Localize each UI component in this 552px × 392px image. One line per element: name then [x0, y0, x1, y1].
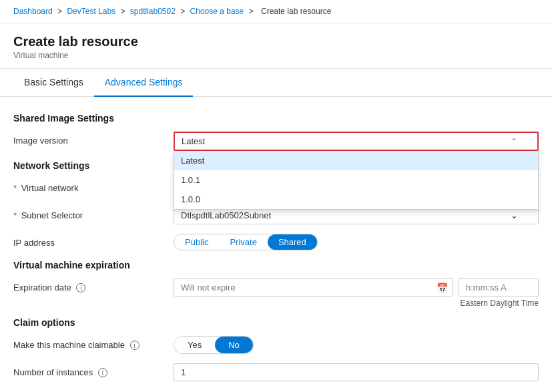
breadcrumb-lab[interactable]: spdtllab0502 [130, 7, 176, 16]
breadcrumb-current: Create lab resource [261, 7, 331, 16]
calendar-icon: 📅 [437, 282, 448, 293]
breadcrumb-choose-base[interactable]: Choose a base [190, 7, 244, 16]
breadcrumb: Dashboard > DevTest Labs > spdtllab0502 … [0, 0, 552, 23]
form-content: Shared Image Settings Image version Late… [0, 97, 552, 392]
ip-public-option[interactable]: Public [174, 234, 219, 250]
image-version-row: Image version Latest ⌃ Latest 1.0.1 1.0.… [13, 132, 539, 151]
vm-expiration-title: Virtual machine expiration [13, 260, 539, 270]
page-header: Create lab resource Virtual machine [0, 23, 552, 69]
image-version-dropdown-wrapper: Latest ⌃ Latest 1.0.1 1.0.0 [174, 132, 539, 151]
ip-address-control: Public Private Shared [174, 234, 539, 250]
expiration-date-control: 📅 Eastern Daylight Time [174, 278, 539, 308]
claimable-info-icon[interactable]: i [130, 341, 140, 350]
claim-options-title: Claim options [13, 317, 539, 328]
image-version-control: Latest ⌃ Latest 1.0.1 1.0.0 [174, 132, 539, 151]
breadcrumb-dashboard[interactable]: Dashboard [13, 7, 53, 16]
date-input-wrapper: 📅 [174, 278, 453, 297]
claimable-control: Yes No [174, 336, 539, 354]
breadcrumb-devtest[interactable]: DevTest Labs [67, 7, 115, 16]
expiration-info-icon[interactable]: i [76, 283, 85, 292]
image-version-selected: Latest [182, 136, 205, 146]
claimable-toggle-group: Yes No [174, 336, 254, 354]
dropdown-item-latest[interactable]: Latest [174, 151, 538, 170]
tab-advanced[interactable]: Advanced Settings [94, 69, 194, 97]
ip-address-row: IP address Public Private Shared [13, 234, 539, 250]
tab-bar: Basic Settings Advanced Settings [0, 69, 552, 97]
subnet-selector-value: DtlspdtlLab0502Subnet [181, 210, 271, 220]
image-version-dropdown[interactable]: Latest ⌃ [174, 132, 539, 151]
chevron-up-icon: ⌃ [511, 137, 517, 146]
instances-label: Number of instances i [13, 363, 174, 377]
expiration-date-input[interactable] [174, 278, 453, 297]
expiration-date-label: Expiration date i [13, 278, 174, 292]
page-subtitle: Virtual machine [13, 51, 539, 60]
date-time-row: 📅 [174, 278, 539, 297]
expiration-time-input[interactable] [459, 278, 539, 297]
dropdown-item-101[interactable]: 1.0.1 [174, 170, 538, 190]
instances-info-icon[interactable]: i [98, 368, 107, 377]
required-star-2: * [13, 210, 17, 220]
subnet-selector-label: * Subnet Selector [13, 206, 174, 220]
claimable-label: Make this machine claimable i [13, 336, 174, 350]
timezone-text: Eastern Daylight Time [174, 299, 539, 308]
ip-address-label: IP address [13, 234, 174, 248]
tab-basic[interactable]: Basic Settings [13, 69, 94, 97]
shared-image-section-title: Shared Image Settings [13, 113, 539, 124]
required-star: * [13, 183, 17, 193]
instances-row: Number of instances i [13, 363, 539, 381]
claimable-no-btn[interactable]: No [215, 337, 253, 353]
image-version-label: Image version [13, 132, 174, 146]
instances-input[interactable] [174, 363, 539, 381]
claimable-row: Make this machine claimable i Yes No [13, 336, 539, 354]
dropdown-item-100[interactable]: 1.0.0 [174, 190, 538, 209]
virtual-network-label: * Virtual network [13, 179, 174, 193]
page-title: Create lab resource [13, 34, 539, 49]
ip-radio-group: Public Private Shared [174, 234, 318, 250]
ip-shared-option[interactable]: Shared [268, 234, 317, 250]
expiration-date-row: Expiration date i 📅 Eastern Daylight Tim… [13, 278, 539, 308]
image-version-dropdown-list: Latest 1.0.1 1.0.0 [174, 151, 539, 210]
chevron-down-icon-2: ⌄ [511, 210, 518, 220]
vm-expiration-section: Virtual machine expiration Expiration da… [13, 260, 539, 308]
ip-private-option[interactable]: Private [219, 234, 267, 250]
claim-options-section: Claim options Make this machine claimabl… [13, 317, 539, 381]
instances-control [174, 363, 539, 381]
claimable-yes-btn[interactable]: Yes [174, 337, 215, 353]
